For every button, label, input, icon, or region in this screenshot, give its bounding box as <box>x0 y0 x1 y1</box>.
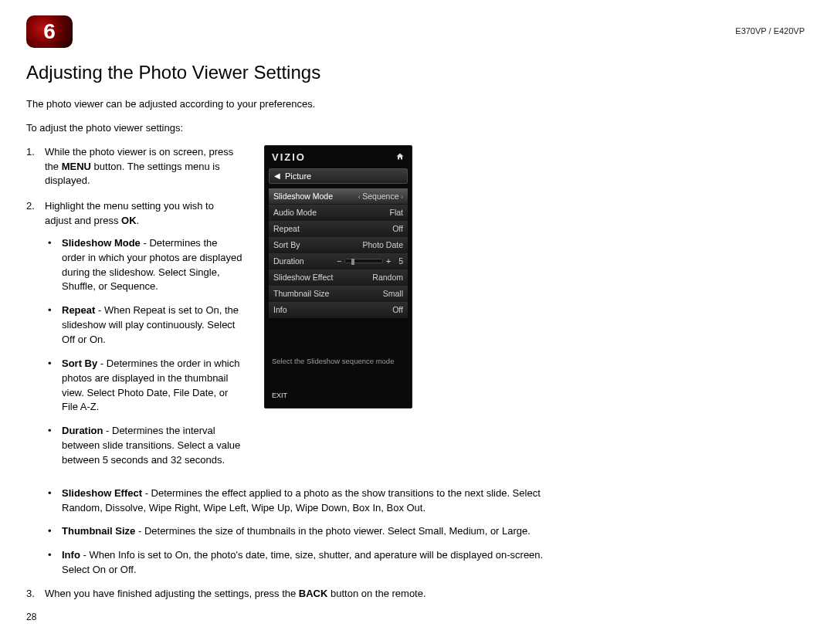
step-2-sublist: Slideshow Mode - Determines the order in… <box>45 236 242 468</box>
steps-list: While the photo viewer is on screen, pre… <box>26 145 242 468</box>
tv-row-repeat: RepeatOff <box>269 221 408 237</box>
bullet-thumbnail-size: Thumbnail Size - Determines the size of … <box>45 524 563 539</box>
steps-list-continued: When you have finished adjusting the set… <box>26 587 563 602</box>
bullet-slideshow-effect: Slideshow Effect - Determines the effect… <box>45 486 563 516</box>
step-1: While the photo viewer is on screen, pre… <box>26 145 242 189</box>
step-3: When you have finished adjusting the set… <box>26 587 563 602</box>
tv-row-sort-by: Sort ByPhoto Date <box>269 237 408 253</box>
bullet-slideshow-mode: Slideshow Mode - Determines the order in… <box>45 236 242 294</box>
duration-slider <box>344 259 383 263</box>
tv-row-duration: Duration − + 5 <box>269 253 408 269</box>
tv-exit-label: EXIT <box>269 388 408 401</box>
back-arrow-icon: ◀ <box>274 171 280 180</box>
tv-menu-screenshot: VIZIO ◀ Picture Slideshow ModeSequence A… <box>264 145 412 408</box>
bullet-info: Info - When Info is set to On, the photo… <box>45 548 563 578</box>
step-2-sublist-continued: Slideshow Effect - Determines the effect… <box>45 486 563 578</box>
step-2: Highlight the menu setting you wish to a… <box>26 199 242 468</box>
lead-in-paragraph: To adjust the photo viewer settings: <box>26 121 563 136</box>
plus-icon: + <box>386 256 391 266</box>
bullet-repeat: Repeat - When Repeat is set to On, the s… <box>45 303 242 347</box>
home-icon <box>395 152 405 161</box>
tv-breadcrumb: ◀ Picture <box>269 168 408 184</box>
model-label: E370VP / E420VP <box>735 26 805 36</box>
minus-icon: − <box>337 256 341 266</box>
tv-row-thumbnail-size: Thumbnail SizeSmall <box>269 286 408 302</box>
page-number: 28 <box>26 612 36 622</box>
section-title: Adjusting the Photo Viewer Settings <box>26 62 808 83</box>
bullet-sort-by: Sort By - Determines the order in which … <box>45 357 242 415</box>
tv-hint-text: Select the Slideshow sequence mode <box>269 318 408 388</box>
bullet-duration: Duration - Determines the interval betwe… <box>45 424 242 468</box>
tv-row-info: InfoOff <box>269 302 408 318</box>
tv-row-slideshow-effect: Slideshow EffectRandom <box>269 269 408 286</box>
intro-paragraph: The photo viewer can be adjusted accordi… <box>26 97 563 112</box>
vizio-logo: VIZIO <box>272 151 306 163</box>
tv-row-audio-mode: Audio ModeFlat <box>269 205 408 221</box>
chapter-number: 6 <box>43 19 56 44</box>
chapter-badge: 6 <box>26 15 73 48</box>
tv-row-slideshow-mode: Slideshow ModeSequence <box>269 188 408 205</box>
